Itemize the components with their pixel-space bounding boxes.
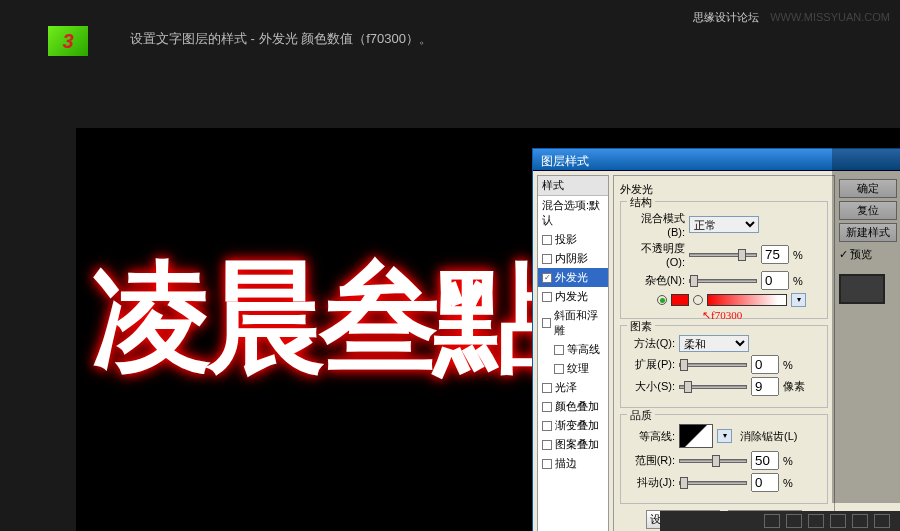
blend-mode-select[interactable]: 正常 [689,216,759,233]
checkbox-icon[interactable] [542,292,552,302]
size-label: 大小(S): [627,379,675,394]
antialias-label: 消除锯齿(L) [740,429,797,444]
spread-label: 扩展(P): [627,357,675,372]
style-item-stroke[interactable]: 描边 [538,454,608,473]
bottom-toolbar [660,511,900,531]
gradient-preview[interactable] [707,294,787,306]
style-item-bevel[interactable]: 斜面和浮雕 [538,306,608,340]
gradient-radio[interactable] [693,295,703,305]
jitter-label: 抖动(J): [627,475,675,490]
opacity-slider[interactable] [689,253,757,257]
style-item-satin[interactable]: 光泽 [538,378,608,397]
toolbar-icon[interactable] [764,514,780,528]
style-list-header: 样式 [538,176,608,196]
checkbox-icon[interactable]: ✓ [542,273,552,283]
range-input[interactable] [751,451,779,470]
toolbar-icon[interactable] [852,514,868,528]
toolbar-icon[interactable] [830,514,846,528]
checkbox-icon[interactable] [542,459,552,469]
style-item-patternoverlay[interactable]: 图案叠加 [538,435,608,454]
step-number: 3 [62,30,73,53]
checkbox-icon[interactable] [542,318,551,328]
jitter-slider[interactable] [679,481,747,485]
range-slider[interactable] [679,459,747,463]
dim-overlay [832,148,900,503]
style-item-dropshadow[interactable]: 投影 [538,230,608,249]
site-url: WWW.MISSYUAN.COM [770,11,890,23]
glow-text: 凌晨叁點 [92,238,548,401]
group-structure: 结构 混合模式(B): 正常 不透明度(O): % 杂色(N): % [620,201,828,319]
blend-mode-label: 混合模式(B): [627,211,685,238]
style-item-gradoverlay[interactable]: 渐变叠加 [538,416,608,435]
checkbox-icon[interactable] [542,421,552,431]
group-structure-label: 结构 [627,195,655,210]
opacity-label: 不透明度(O): [627,241,685,268]
noise-label: 杂色(N): [627,273,685,288]
checkbox-icon[interactable] [542,440,552,450]
checkbox-icon[interactable] [542,383,552,393]
opacity-input[interactable] [761,245,789,264]
spread-input[interactable] [751,355,779,374]
group-elements-label: 图素 [627,319,655,334]
toolbar-icon[interactable] [808,514,824,528]
style-list: 样式 混合选项:默认 投影 内阴影 ✓外发光 内发光 斜面和浮雕 等高线 纹理 … [537,175,609,531]
size-input[interactable] [751,377,779,396]
checkbox-icon[interactable] [542,402,552,412]
checkbox-icon[interactable] [542,254,552,264]
toolbar-icon[interactable] [874,514,890,528]
style-item-innerglow[interactable]: 内发光 [538,287,608,306]
dropdown-arrow-icon[interactable]: ▾ [791,293,806,307]
style-item-contour[interactable]: 等高线 [538,340,608,359]
settings-pane: 外发光 结构 混合模式(B): 正常 不透明度(O): % 杂色(N): [613,175,835,531]
range-unit: % [783,455,793,467]
method-select[interactable]: 柔和 [679,335,749,352]
contour-label: 等高线: [627,429,675,444]
opacity-unit: % [793,249,803,261]
checkbox-icon[interactable] [554,345,564,355]
dropdown-arrow-icon[interactable]: ▾ [717,429,732,443]
noise-input[interactable] [761,271,789,290]
style-item-innershadow[interactable]: 内阴影 [538,249,608,268]
group-quality-label: 品质 [627,408,655,423]
style-item-texture[interactable]: 纹理 [538,359,608,378]
header-bar: 思缘设计论坛 WWW.MISSYUAN.COM [693,10,890,25]
noise-unit: % [793,275,803,287]
method-label: 方法(Q): [627,336,675,351]
size-slider[interactable] [679,385,747,389]
contour-picker[interactable] [679,424,713,448]
spread-slider[interactable] [679,363,747,367]
style-item-outerglow[interactable]: ✓外发光 [538,268,608,287]
checkbox-icon[interactable] [542,235,552,245]
site-name: 思缘设计论坛 [693,11,759,23]
step-text: 设置文字图层的样式 - 外发光 颜色数值（f70300）。 [130,30,432,48]
color-radio[interactable] [657,295,667,305]
jitter-input[interactable] [751,473,779,492]
blend-options-item[interactable]: 混合选项:默认 [538,196,608,230]
group-elements: 图素 方法(Q): 柔和 扩展(P): % 大小(S): 像素 [620,325,828,408]
group-quality: 品质 等高线: ▾ 消除锯齿(L) 范围(R): % 抖动(J): [620,414,828,504]
noise-slider[interactable] [689,279,757,283]
jitter-unit: % [783,477,793,489]
range-label: 范围(R): [627,453,675,468]
spread-unit: % [783,359,793,371]
size-unit: 像素 [783,379,805,394]
color-swatch[interactable] [671,294,689,306]
step-badge: 3 [48,26,88,56]
style-item-coloroverlay[interactable]: 颜色叠加 [538,397,608,416]
toolbar-icon[interactable] [786,514,802,528]
color-annotation: ↖f70300 [702,309,742,322]
checkbox-icon[interactable] [554,364,564,374]
